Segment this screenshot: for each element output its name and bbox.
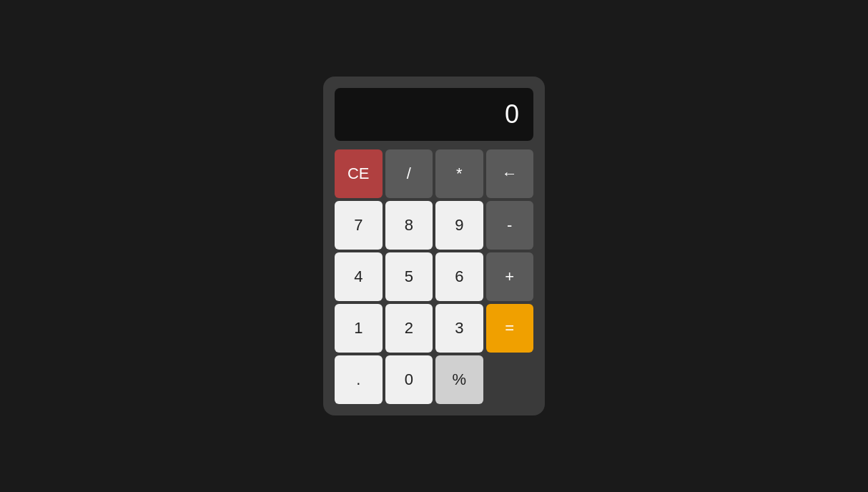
calculator: 0 CE/*←789-456+123=.0%	[323, 77, 545, 415]
divide-button[interactable]: /	[385, 149, 433, 198]
add-button[interactable]: +	[486, 252, 534, 301]
six-button[interactable]: 6	[435, 252, 483, 301]
display-value: 0	[505, 99, 519, 129]
seven-button[interactable]: 7	[335, 201, 383, 250]
one-button[interactable]: 1	[335, 304, 383, 353]
backspace-button[interactable]: ←	[486, 149, 534, 198]
zero-button[interactable]: 0	[385, 355, 433, 404]
subtract-button[interactable]: -	[486, 201, 534, 250]
display: 0	[335, 88, 533, 141]
eight-button[interactable]: 8	[385, 201, 433, 250]
dot-button[interactable]: .	[335, 355, 383, 404]
two-button[interactable]: 2	[385, 304, 433, 353]
equals-button[interactable]: =	[486, 304, 534, 353]
ce-button[interactable]: CE	[335, 149, 383, 198]
buttons-grid: CE/*←789-456+123=.0%	[335, 149, 533, 404]
percent-button[interactable]: %	[435, 355, 483, 404]
four-button[interactable]: 4	[335, 252, 383, 301]
three-button[interactable]: 3	[435, 304, 483, 353]
five-button[interactable]: 5	[385, 252, 433, 301]
multiply-button[interactable]: *	[435, 149, 483, 198]
nine-button[interactable]: 9	[435, 201, 483, 250]
